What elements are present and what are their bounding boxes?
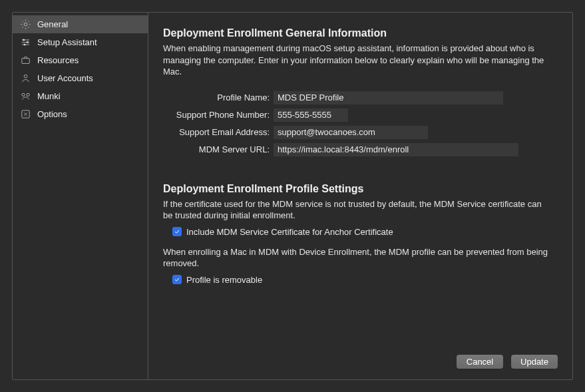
- profile-removable-checkbox-row[interactable]: Profile is removable: [172, 275, 558, 285]
- update-button[interactable]: Update: [511, 355, 558, 369]
- sidebar-item-options[interactable]: Options: [13, 105, 148, 123]
- support-email-input[interactable]: [274, 126, 428, 139]
- user-icon: [19, 73, 31, 85]
- section1-heading: Deployment Enrollment General Informatio…: [163, 27, 558, 39]
- sidebar-item-label: Munki: [37, 91, 61, 101]
- svg-point-8: [24, 75, 27, 78]
- section2-desc1: If the certificate used for the MDM serv…: [163, 198, 549, 222]
- sidebar-item-setup-assistant[interactable]: Setup Assistant: [13, 33, 148, 51]
- main-panel: Deployment Enrollment General Informatio…: [148, 13, 572, 379]
- sidebar-item-munki[interactable]: Munki: [13, 87, 148, 105]
- briefcase-icon: [19, 55, 31, 67]
- checkbox-icon: [172, 227, 182, 236]
- svg-point-4: [23, 39, 24, 41]
- sidebar-item-label: Options: [37, 109, 67, 119]
- sidebar-item-label: Setup Assistant: [37, 37, 97, 47]
- include-cert-label: Include MDM Service Certificate for Anch…: [186, 227, 393, 237]
- sidebar-item-label: Resources: [37, 55, 79, 65]
- mdm-url-label: MDM Server URL:: [163, 144, 270, 154]
- section1-desc: When enabling management during macOS se…: [163, 43, 549, 78]
- munki-icon: [19, 91, 31, 102]
- checkbox-icon: [172, 275, 182, 284]
- profile-name-input[interactable]: [274, 91, 503, 104]
- svg-point-10: [26, 93, 29, 96]
- svg-rect-7: [21, 59, 29, 64]
- support-phone-input[interactable]: [274, 108, 348, 122]
- section2-desc2: When enrolling a Mac in MDM with Device …: [163, 246, 549, 270]
- footer: Cancel Update: [163, 345, 558, 369]
- x-square-icon: [19, 108, 31, 120]
- section2-heading: Deployment Enrollment Profile Settings: [163, 183, 558, 195]
- general-form: Profile Name: Support Phone Number: Supp…: [163, 91, 558, 156]
- gear-icon: [19, 19, 31, 31]
- sliders-icon: [19, 37, 31, 49]
- mdm-url-input[interactable]: [274, 143, 518, 156]
- sidebar-item-label: General: [37, 19, 68, 29]
- sidebar: General Setup Assistant Resources User A…: [13, 13, 148, 379]
- svg-point-5: [27, 41, 28, 43]
- sidebar-item-resources[interactable]: Resources: [13, 51, 148, 69]
- include-cert-checkbox-row[interactable]: Include MDM Service Certificate for Anch…: [172, 227, 558, 237]
- cancel-button[interactable]: Cancel: [457, 355, 503, 369]
- profile-name-label: Profile Name:: [163, 93, 270, 102]
- support-email-label: Support Email Address:: [163, 127, 270, 137]
- profile-removable-label: Profile is removable: [186, 275, 262, 285]
- svg-point-6: [23, 44, 25, 45]
- support-phone-label: Support Phone Number:: [163, 110, 270, 120]
- svg-point-0: [24, 23, 27, 26]
- sidebar-item-general[interactable]: General: [13, 15, 148, 33]
- svg-point-9: [21, 93, 24, 96]
- sidebar-item-user-accounts[interactable]: User Accounts: [13, 69, 148, 87]
- sidebar-item-label: User Accounts: [37, 73, 93, 83]
